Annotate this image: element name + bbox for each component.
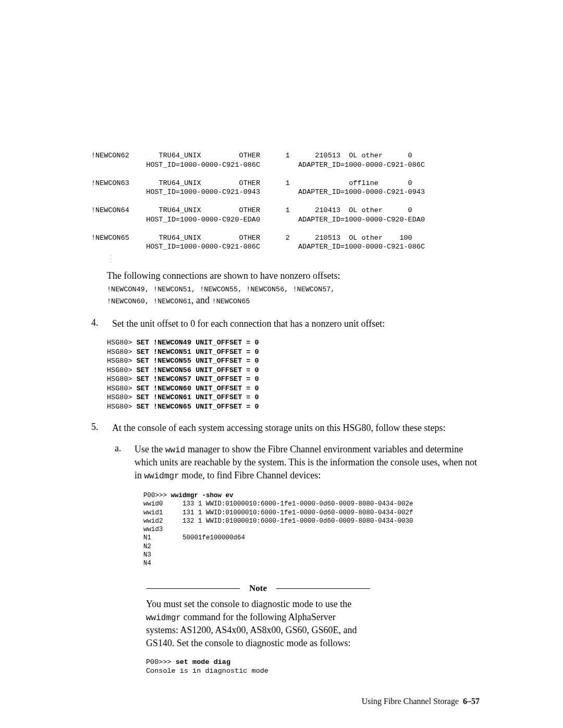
set-command-line: HSG80> SET !NEWCON57 UNIT_OFFSET = 0 bbox=[107, 375, 480, 384]
set-prompt: HSG80> bbox=[107, 375, 137, 383]
note-seg1: You must set the console to diagnostic m… bbox=[146, 599, 351, 609]
set-prompt: HSG80> bbox=[107, 339, 137, 347]
note-code1: wwidmgr bbox=[146, 613, 181, 623]
note-output: Console is in diagnostic mode bbox=[146, 667, 370, 676]
connections-output: !NEWCON62 TRU64_UNIX OTHER 1 210513 OL o… bbox=[91, 151, 480, 252]
note-cmd: set mode diag bbox=[176, 658, 230, 666]
note-title: Note bbox=[249, 583, 267, 594]
set-command-line: HSG80> SET !NEWCON49 UNIT_OFFSET = 0 bbox=[107, 338, 480, 348]
set-command-line: HSG80> SET !NEWCON65 UNIT_OFFSET = 0 bbox=[107, 402, 480, 412]
nonzero-intro: The following connections are shown to h… bbox=[107, 269, 480, 282]
note-cmd-line: P00>>> set mode diag bbox=[146, 658, 370, 667]
step5a-letter: a. bbox=[115, 443, 125, 482]
set-command-line: HSG80> SET !NEWCON51 UNIT_OFFSET = 0 bbox=[107, 348, 480, 357]
footer-page: 6–57 bbox=[463, 697, 480, 706]
set-cmd: SET !NEWCON57 UNIT_OFFSET = 0 bbox=[137, 375, 259, 383]
set-cmd: SET !NEWCON51 UNIT_OFFSET = 0 bbox=[137, 348, 259, 356]
note-rule-right bbox=[276, 588, 370, 589]
page-footer: Using Fibre Channel Storage 6–57 bbox=[91, 697, 480, 706]
set-prompt: HSG80> bbox=[107, 366, 137, 374]
note-rule-left bbox=[146, 588, 240, 589]
nonzero-list-2c: !NEWCON65 bbox=[212, 298, 250, 305]
step5a-text: Use the wwid manager to show the Fibre C… bbox=[134, 443, 480, 482]
set-prompt: HSG80> bbox=[107, 357, 137, 365]
set-prompt: HSG80> bbox=[107, 348, 137, 356]
step5a-code2: wwidmgr bbox=[144, 472, 179, 481]
set-prompt: HSG80> bbox=[107, 385, 137, 392]
set-cmd: SET !NEWCON60 UNIT_OFFSET = 0 bbox=[137, 385, 259, 392]
nonzero-list-2b: , and bbox=[191, 295, 212, 305]
wwid-output: wwid0 133 1 WWID:01000010:6000-1fe1-0000… bbox=[143, 500, 480, 567]
set-prompt: HSG80> bbox=[107, 403, 137, 411]
step4-number: 4. bbox=[91, 317, 103, 330]
step4-text: Set the unit offset to 0 for each connec… bbox=[112, 317, 385, 330]
ellipsis: . . . bbox=[91, 253, 480, 264]
note-text: You must set the console to diagnostic m… bbox=[146, 598, 370, 649]
wwid-command-line: P00>>> wwidmgr -show ev bbox=[143, 491, 480, 500]
set-cmd: SET !NEWCON61 UNIT_OFFSET = 0 bbox=[137, 393, 259, 401]
set-commands-block: HSG80> SET !NEWCON49 UNIT_OFFSET = 0HSG8… bbox=[107, 338, 480, 411]
note-block: Note You must set the console to diagnos… bbox=[146, 583, 370, 676]
set-command-line: HSG80> SET !NEWCON60 UNIT_OFFSET = 0 bbox=[107, 384, 480, 393]
set-cmd: SET !NEWCON55 UNIT_OFFSET = 0 bbox=[137, 357, 259, 365]
step5a-code1: wwid bbox=[165, 446, 185, 455]
set-command-line: HSG80> SET !NEWCON55 UNIT_OFFSET = 0 bbox=[107, 356, 480, 366]
wwid-cmd: wwidmgr -show ev bbox=[171, 492, 234, 499]
set-cmd: SET !NEWCON49 UNIT_OFFSET = 0 bbox=[137, 339, 259, 347]
set-command-line: HSG80> SET !NEWCON56 UNIT_OFFSET = 0 bbox=[107, 366, 480, 375]
step5a-seg1: Use the bbox=[134, 444, 165, 454]
step5-number: 5. bbox=[91, 422, 103, 434]
nonzero-list-2a: !NEWCON60, !NEWCON61 bbox=[107, 298, 191, 305]
footer-text: Using Fibre Channel Storage bbox=[362, 697, 459, 706]
wwid-prompt: P00>>> bbox=[143, 492, 171, 499]
set-command-line: HSG80> SET !NEWCON61 UNIT_OFFSET = 0 bbox=[107, 393, 480, 402]
note-prompt: P00>>> bbox=[146, 658, 176, 666]
nonzero-list-1: !NEWCON49, !NEWCON51, !NEWCON55, !NEWCON… bbox=[107, 285, 480, 294]
set-cmd: SET !NEWCON65 UNIT_OFFSET = 0 bbox=[137, 403, 259, 411]
step5a-seg3: mode, to find Fibre Channel devices: bbox=[179, 470, 321, 480]
nonzero-list-2: !NEWCON60, !NEWCON61, and !NEWCON65 bbox=[107, 294, 480, 306]
set-prompt: HSG80> bbox=[107, 393, 137, 401]
set-cmd: SET !NEWCON56 UNIT_OFFSET = 0 bbox=[137, 366, 259, 374]
step5-text: At the console of each system accessing … bbox=[112, 422, 445, 434]
